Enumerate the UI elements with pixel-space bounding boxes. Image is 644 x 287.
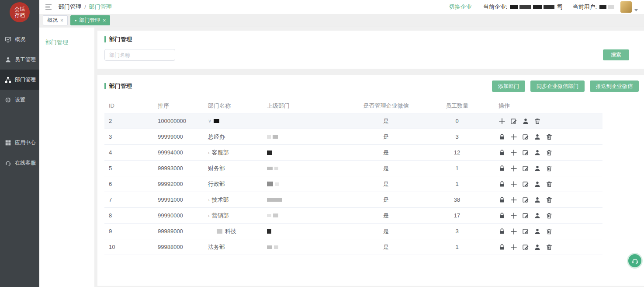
add-sub-department-icon[interactable] bbox=[510, 133, 517, 140]
lock-icon[interactable] bbox=[499, 165, 506, 172]
subsidebar-item-departments[interactable]: 部门管理 bbox=[39, 28, 94, 46]
topbar-right: 切换企业 当前企业: 司 当前用户: bbox=[449, 1, 644, 13]
add-department-button[interactable]: 添加部门 bbox=[492, 80, 525, 92]
sidebar-item-app-center[interactable]: 应用中心 bbox=[0, 133, 39, 153]
collapse-menu-icon[interactable] bbox=[45, 4, 52, 10]
col-name: 部门名称 bbox=[208, 102, 267, 110]
cell-id: 10 bbox=[104, 244, 158, 250]
table-actions: 添加部门 同步企业微信部门 推送到企业微信 bbox=[492, 80, 639, 92]
delete-icon[interactable] bbox=[546, 212, 553, 219]
edit-icon[interactable] bbox=[522, 165, 529, 172]
cell-sort: 99994000 bbox=[158, 149, 208, 156]
members-icon[interactable] bbox=[534, 165, 541, 172]
add-sub-department-icon[interactable] bbox=[510, 181, 517, 188]
delete-icon[interactable] bbox=[534, 118, 541, 125]
members-icon[interactable] bbox=[534, 196, 541, 203]
edit-icon[interactable] bbox=[522, 212, 529, 219]
members-icon[interactable] bbox=[534, 149, 541, 156]
sidebar-item-online-service[interactable]: 在线客服 bbox=[0, 153, 39, 173]
add-sub-department-icon[interactable] bbox=[510, 244, 517, 251]
switch-company-link[interactable]: 切换企业 bbox=[449, 3, 472, 11]
cell-id: 5 bbox=[104, 165, 158, 172]
tab-overview[interactable]: 概况 × bbox=[43, 15, 68, 25]
members-icon[interactable] bbox=[534, 133, 541, 140]
delete-icon[interactable] bbox=[546, 165, 553, 172]
members-icon[interactable] bbox=[534, 228, 541, 235]
lock-icon[interactable] bbox=[499, 212, 506, 219]
push-to-wework-button[interactable]: 推送到企业微信 bbox=[590, 80, 639, 92]
table-header: ID 排序 部门名称 上级部门 是否管理企业微信 员工数量 操作 bbox=[104, 98, 602, 113]
delete-icon[interactable] bbox=[546, 228, 553, 235]
delete-icon[interactable] bbox=[546, 181, 553, 188]
cell-wework: 是 bbox=[348, 133, 424, 141]
redacted-parent-name bbox=[274, 245, 278, 249]
edit-icon[interactable] bbox=[510, 118, 517, 125]
department-table-card: 部门管理 添加部门 同步企业微信部门 推送到企业微信 ID 排序 部门名称 上级… bbox=[97, 75, 644, 286]
expand-arrow-icon[interactable]: › bbox=[208, 213, 210, 218]
add-sub-department-icon[interactable] bbox=[510, 228, 517, 235]
cell-sort: 99991000 bbox=[158, 196, 208, 203]
add-sub-department-icon[interactable] bbox=[499, 118, 506, 125]
edit-icon[interactable] bbox=[522, 149, 529, 156]
overview-icon bbox=[5, 36, 11, 43]
tab-departments[interactable]: ● 部门管理 × bbox=[70, 15, 110, 25]
active-dot: ● bbox=[75, 19, 76, 22]
lock-icon[interactable] bbox=[499, 181, 506, 188]
col-count: 员工数量 bbox=[424, 102, 490, 110]
expand-arrow-icon[interactable]: › bbox=[208, 150, 210, 155]
delete-icon[interactable] bbox=[546, 196, 553, 203]
edit-icon[interactable] bbox=[522, 228, 529, 235]
add-sub-department-icon[interactable] bbox=[510, 212, 517, 219]
members-icon[interactable] bbox=[534, 244, 541, 251]
edit-icon[interactable] bbox=[522, 133, 529, 140]
breadcrumb-root[interactable]: 部门管理 bbox=[59, 3, 81, 11]
lock-icon[interactable] bbox=[499, 228, 506, 235]
search-button[interactable]: 搜索 bbox=[603, 49, 629, 60]
close-icon[interactable]: × bbox=[103, 18, 106, 24]
edit-icon[interactable] bbox=[522, 244, 529, 251]
row-actions bbox=[490, 181, 602, 188]
app-logo[interactable]: 会话 存档 bbox=[10, 2, 30, 22]
members-icon[interactable] bbox=[534, 181, 541, 188]
cell-sort: 99989000 bbox=[158, 228, 208, 234]
expand-arrow-icon[interactable]: › bbox=[208, 197, 210, 203]
close-icon[interactable]: × bbox=[60, 18, 63, 24]
cell-parent bbox=[267, 135, 348, 139]
sidebar-item-settings[interactable]: 设置 bbox=[0, 90, 39, 110]
sidebar-item-employees[interactable]: 员工管理 bbox=[0, 49, 39, 70]
lock-icon[interactable] bbox=[499, 244, 506, 251]
members-icon[interactable] bbox=[534, 212, 541, 219]
caret-down-icon[interactable] bbox=[634, 9, 638, 11]
lock-icon[interactable] bbox=[499, 196, 506, 203]
sidebar-item-departments[interactable]: 部门管理 bbox=[0, 70, 39, 90]
redacted-parent-name bbox=[267, 150, 272, 155]
collapse-arrow-icon[interactable]: ∨ bbox=[208, 118, 211, 124]
sidebar-item-overview[interactable]: 概况 bbox=[0, 29, 39, 49]
cell-wework: 是 bbox=[348, 196, 424, 204]
edit-icon[interactable] bbox=[522, 181, 529, 188]
delete-icon[interactable] bbox=[546, 244, 553, 251]
cell-count: 12 bbox=[424, 149, 490, 156]
delete-icon[interactable] bbox=[546, 149, 553, 156]
search-card-title: 部门管理 bbox=[109, 35, 132, 43]
redacted-block bbox=[510, 5, 518, 9]
add-sub-department-icon[interactable] bbox=[510, 149, 517, 156]
delete-icon[interactable] bbox=[546, 133, 553, 140]
row-actions bbox=[490, 165, 602, 172]
sync-wework-departments-button[interactable]: 同步企业微信部门 bbox=[530, 80, 585, 92]
help-float-button[interactable] bbox=[628, 254, 641, 267]
edit-icon[interactable] bbox=[522, 196, 529, 203]
department-name-input[interactable] bbox=[104, 49, 175, 61]
lock-icon[interactable] bbox=[499, 149, 506, 156]
lock-icon[interactable] bbox=[499, 133, 506, 140]
members-icon[interactable] bbox=[522, 118, 529, 125]
add-sub-department-icon[interactable] bbox=[510, 165, 517, 172]
title-accent-bar bbox=[104, 36, 106, 42]
cell-wework: 是 bbox=[348, 117, 424, 125]
cell-wework: 是 bbox=[348, 164, 424, 172]
cell-name: › 客服部 bbox=[208, 149, 267, 157]
sidebar-item-label: 部门管理 bbox=[15, 76, 36, 84]
add-sub-department-icon[interactable] bbox=[510, 196, 517, 203]
row-actions bbox=[490, 133, 602, 140]
user-avatar[interactable] bbox=[620, 1, 632, 13]
